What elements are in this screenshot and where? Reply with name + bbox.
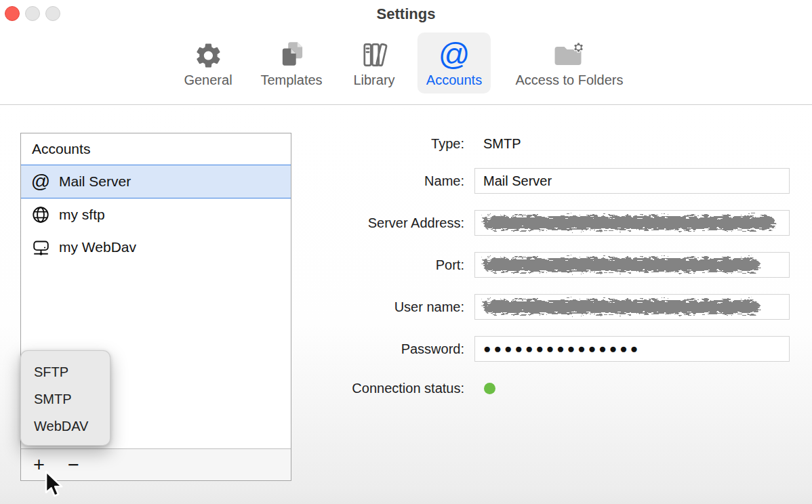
tab-accounts-label: Accounts [426,72,482,88]
form-row-port: Port: [302,252,790,278]
tab-templates-label: Templates [260,72,322,88]
server-address-label: Server Address: [302,215,474,231]
form-row-connection-status: Connection status: [302,375,790,401]
redaction-scribble [481,213,784,233]
tab-library[interactable]: Library [344,33,403,93]
content-area: Accounts @ Mail Server my sftp [0,105,812,504]
user-name-label: User name: [302,299,474,315]
account-row-my-webdav[interactable]: my WebDav [21,231,291,264]
templates-icon [276,35,307,70]
library-icon [359,35,390,70]
server-address-input[interactable] [474,210,790,236]
account-row-label: my WebDav [59,239,136,255]
network-drive-icon [30,238,52,257]
type-value: SMTP [474,136,521,152]
remove-account-button[interactable]: − [68,455,79,475]
menu-item-sftp[interactable]: SFTP [21,358,110,385]
account-type-menu: SFTP SMTP WebDAV [20,350,110,446]
form-row-server-address: Server Address: [302,210,790,236]
type-label: Type: [302,136,474,152]
tab-library-label: Library [353,72,394,88]
settings-window: Settings General Templates [0,0,812,504]
account-row-label: my sftp [59,207,105,223]
form-row-name: Name: [302,168,790,194]
redaction-scribble [481,297,784,317]
menu-item-smtp[interactable]: SMTP [21,385,110,413]
menu-item-webdav[interactable]: WebDAV [21,413,110,440]
account-row-my-sftp[interactable]: my sftp [21,198,291,231]
password-input[interactable] [474,336,790,362]
gear-icon [193,35,223,70]
window-title: Settings [0,5,812,23]
name-label: Name: [302,173,474,189]
connection-status-label: Connection status: [302,381,474,396]
account-row-label: Mail Server [59,173,131,190]
folder-gear-icon [552,35,586,70]
tab-general[interactable]: General [175,33,241,93]
form-row-password: Password: [302,336,790,362]
name-input[interactable] [474,168,790,194]
tab-access-to-folders-label: Access to Folders [516,72,624,88]
titlebar: Settings [0,0,812,30]
tab-general-label: General [184,72,232,88]
form-row-user-name: User name: [302,294,790,320]
user-name-input[interactable] [474,294,790,320]
account-row-mail-server[interactable]: @ Mail Server [21,165,291,198]
port-label: Port: [302,257,474,273]
tab-templates[interactable]: Templates [251,33,331,93]
connection-status-indicator [484,383,495,394]
globe-icon [30,205,52,224]
redaction-scribble [481,255,784,275]
accounts-panel-footer: + − [21,448,291,480]
accounts-panel-header: Accounts [21,133,291,165]
at-icon: @ [439,35,470,70]
toolbar: General Templates [0,30,812,104]
tab-access-to-folders[interactable]: Access to Folders [507,33,632,93]
password-label: Password: [302,341,474,357]
form-row-type: Type: SMTP [302,131,790,156]
at-icon: @ [30,171,52,192]
tab-accounts[interactable]: @ Accounts [418,33,491,93]
port-input[interactable] [474,252,790,278]
add-account-button[interactable]: + [33,455,45,475]
